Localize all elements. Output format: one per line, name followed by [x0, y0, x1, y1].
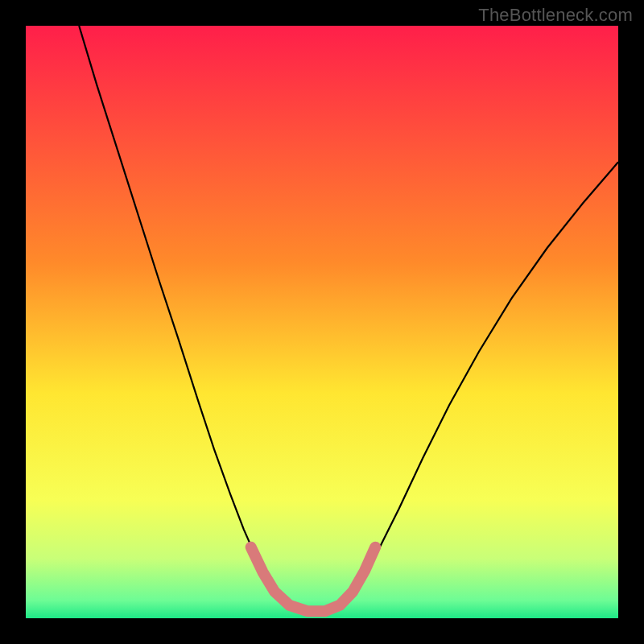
plot-area [26, 26, 618, 618]
chart-canvas [26, 26, 618, 618]
watermark-text: TheBottleneck.com [478, 5, 633, 26]
gradient-background [26, 26, 618, 618]
chart-frame: TheBottleneck.com [0, 0, 644, 644]
